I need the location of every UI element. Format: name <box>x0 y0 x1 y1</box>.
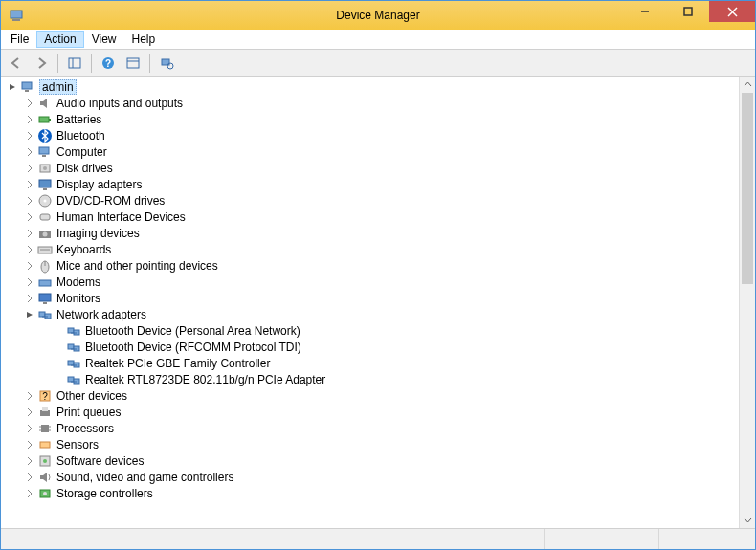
scroll-down-button[interactable] <box>740 512 755 528</box>
close-button[interactable] <box>709 1 755 22</box>
tree-node[interactable]: Bluetooth Device (RFCOMM Protocol TDI) <box>1 339 739 355</box>
tree-node[interactable]: Sensors <box>1 436 739 452</box>
tree-node[interactable]: Realtek PCIe GBE Family Controller <box>1 355 739 371</box>
expand-icon[interactable] <box>24 390 35 402</box>
svg-rect-19 <box>39 147 49 154</box>
toolbar-separator <box>91 54 92 73</box>
tree-node[interactable]: Network adapters <box>1 306 739 322</box>
keyboard-icon <box>37 242 53 257</box>
tree-node[interactable]: Realtek RTL8723DE 802.11b/g/n PCIe Adapt… <box>1 371 739 387</box>
tree-node[interactable]: Bluetooth Device (Personal Area Network) <box>1 322 739 339</box>
tree-node[interactable]: ? Other devices <box>1 387 739 404</box>
tree-node[interactable]: Bluetooth <box>1 127 739 143</box>
mouse-icon <box>37 258 53 274</box>
expand-icon[interactable] <box>24 439 35 451</box>
network-icon <box>37 307 53 322</box>
minimize-button[interactable] <box>623 1 666 22</box>
tree-node[interactable]: Human Interface Devices <box>1 209 739 225</box>
dvd-icon <box>37 193 53 209</box>
tree-node[interactable]: Monitors <box>1 290 739 306</box>
tree-node[interactable]: Processors <box>1 420 739 436</box>
tree-node[interactable]: Display adapters <box>1 176 739 192</box>
scan-button[interactable] <box>155 52 178 75</box>
bluetooth-icon <box>37 128 53 143</box>
svg-rect-1 <box>12 19 20 21</box>
tree-node[interactable]: Mice and other pointing devices <box>1 257 739 274</box>
menu-file[interactable]: File <box>3 31 36 48</box>
expand-icon[interactable] <box>24 114 35 125</box>
expand-icon[interactable] <box>24 211 35 223</box>
tree-node[interactable]: Software devices <box>1 452 739 469</box>
expand-icon[interactable] <box>24 179 35 190</box>
menu-view[interactable]: View <box>84 31 124 48</box>
svg-rect-43 <box>68 344 74 349</box>
scroll-up-button[interactable] <box>740 77 755 93</box>
expand-icon[interactable] <box>24 195 35 207</box>
modem-icon <box>37 275 53 290</box>
device-tree[interactable]: admin Audio inputs and outputs Batteries… <box>1 77 739 528</box>
expand-icon[interactable] <box>24 293 35 304</box>
svg-rect-23 <box>39 180 51 187</box>
expand-icon[interactable] <box>24 488 35 499</box>
collapse-icon[interactable] <box>7 81 18 93</box>
tree-node[interactable]: Computer <box>1 143 739 160</box>
scroll-thumb[interactable] <box>742 93 753 284</box>
tree-node[interactable]: Disk drives <box>1 160 739 176</box>
computer-icon <box>20 79 35 95</box>
collapse-icon[interactable] <box>24 309 35 320</box>
tree-node[interactable]: Modems <box>1 274 739 290</box>
expand-icon[interactable] <box>24 98 35 109</box>
tree-node-label: Modems <box>56 275 100 289</box>
expand-icon[interactable] <box>24 276 35 288</box>
expand-icon[interactable] <box>24 423 35 434</box>
tree-node-label: Imaging devices <box>56 227 140 240</box>
expand-icon[interactable] <box>24 407 35 418</box>
svg-point-13 <box>167 63 173 69</box>
properties-button[interactable] <box>122 52 145 75</box>
titlebar[interactable]: Device Manager <box>1 1 755 30</box>
expander-spacer <box>53 374 64 385</box>
tree-node-label: Other devices <box>56 389 127 403</box>
forward-button[interactable] <box>30 52 53 75</box>
menu-action[interactable]: Action <box>36 31 83 48</box>
expand-icon[interactable] <box>24 472 35 483</box>
cpu-icon <box>37 421 53 436</box>
tree-node[interactable]: Storage controllers <box>1 485 739 501</box>
tree-node-label: Audio inputs and outputs <box>56 97 183 110</box>
tree-root[interactable]: admin <box>1 78 739 95</box>
tree-node-label: Bluetooth Device (RFCOMM Protocol TDI) <box>85 341 301 354</box>
expand-icon[interactable] <box>24 228 35 239</box>
tree-node[interactable]: DVD/CD-ROM drives <box>1 192 739 209</box>
svg-rect-14 <box>22 82 32 89</box>
tree-node[interactable]: Batteries <box>1 111 739 127</box>
other-icon: ? <box>37 388 53 404</box>
svg-text:?: ? <box>105 58 111 69</box>
expand-icon[interactable] <box>24 146 35 158</box>
expand-icon[interactable] <box>24 130 35 142</box>
expand-icon[interactable] <box>24 260 35 272</box>
svg-rect-27 <box>40 214 50 220</box>
tree-node[interactable]: Print queues <box>1 404 739 420</box>
svg-rect-55 <box>42 407 48 411</box>
tree-node[interactable]: Imaging devices <box>1 225 739 241</box>
tree-node[interactable]: Audio inputs and outputs <box>1 95 739 111</box>
tree-node[interactable]: Keyboards <box>1 241 739 257</box>
show-hide-tree-button[interactable] <box>63 52 86 75</box>
maximize-button[interactable] <box>666 1 709 22</box>
toolbar: ? <box>1 50 755 77</box>
expand-icon[interactable] <box>24 455 35 467</box>
svg-rect-10 <box>127 58 139 68</box>
network-icon <box>66 372 81 387</box>
svg-rect-49 <box>68 377 74 382</box>
expand-icon[interactable] <box>24 163 35 174</box>
help-button[interactable]: ? <box>97 52 120 75</box>
network-icon <box>66 356 81 371</box>
svg-rect-0 <box>11 11 22 18</box>
sensor-icon <box>37 437 53 452</box>
expand-icon[interactable] <box>24 244 35 255</box>
vertical-scrollbar[interactable] <box>739 77 755 528</box>
svg-point-26 <box>44 199 47 202</box>
tree-node[interactable]: Sound, video and game controllers <box>1 469 739 485</box>
back-button[interactable] <box>5 52 28 75</box>
menu-help[interactable]: Help <box>124 31 164 48</box>
